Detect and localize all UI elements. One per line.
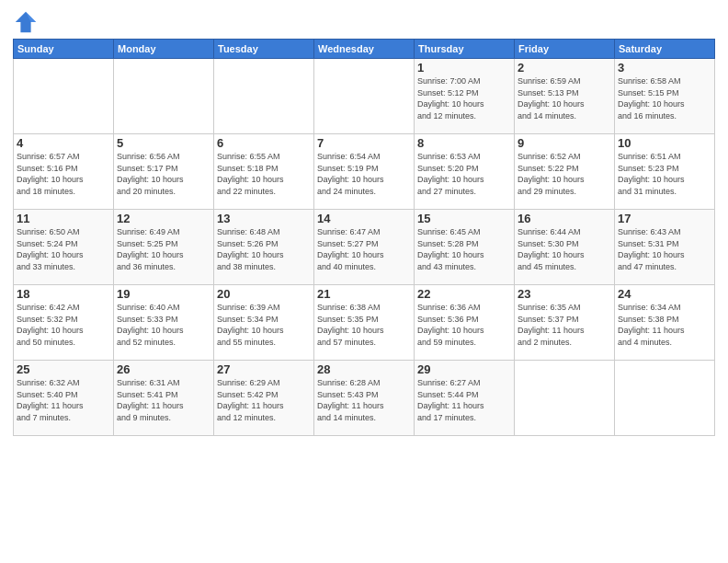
day-number: 5: [117, 136, 210, 150]
calendar-cell: [114, 59, 214, 134]
weekday-header-friday: Friday: [515, 40, 615, 59]
day-number: 24: [618, 287, 711, 301]
day-number: 7: [317, 136, 411, 150]
day-number: 11: [17, 212, 110, 225]
day-info: Sunrise: 6:45 AMSunset: 5:28 PMDaylight:…: [417, 226, 511, 272]
day-number: 3: [618, 61, 711, 75]
page-container: SundayMondayTuesdayWednesdayThursdayFrid…: [0, 0, 728, 442]
day-number: 26: [117, 362, 210, 376]
day-info: Sunrise: 6:29 AMSunset: 5:42 PMDaylight:…: [217, 377, 311, 423]
calendar-cell: 23Sunrise: 6:35 AMSunset: 5:37 PMDayligh…: [515, 285, 615, 361]
day-number: 20: [217, 287, 311, 301]
day-info: Sunrise: 6:27 AMSunset: 5:44 PMDaylight:…: [417, 377, 511, 423]
calendar-cell: 20Sunrise: 6:39 AMSunset: 5:34 PMDayligh…: [214, 285, 314, 361]
day-info: Sunrise: 6:34 AMSunset: 5:38 PMDaylight:…: [618, 302, 711, 348]
calendar-cell: 25Sunrise: 6:32 AMSunset: 5:40 PMDayligh…: [14, 361, 114, 436]
day-number: 22: [417, 287, 511, 301]
calendar-cell: 8Sunrise: 6:53 AMSunset: 5:20 PMDaylight…: [415, 134, 515, 210]
day-info: Sunrise: 6:55 AMSunset: 5:18 PMDaylight:…: [217, 151, 311, 197]
header-row: [13, 9, 715, 35]
calendar-cell: 27Sunrise: 6:29 AMSunset: 5:42 PMDayligh…: [214, 361, 314, 436]
day-info: Sunrise: 6:39 AMSunset: 5:34 PMDaylight:…: [217, 302, 311, 348]
day-info: Sunrise: 6:54 AMSunset: 5:19 PMDaylight:…: [317, 151, 411, 197]
calendar-cell: 4Sunrise: 6:57 AMSunset: 5:16 PMDaylight…: [14, 134, 114, 210]
calendar-cell: [314, 59, 415, 134]
day-info: Sunrise: 6:53 AMSunset: 5:20 PMDaylight:…: [417, 151, 511, 197]
day-number: 16: [518, 212, 611, 225]
calendar-week-0: 1Sunrise: 7:00 AMSunset: 5:12 PMDaylight…: [14, 59, 715, 134]
day-number: 25: [17, 362, 110, 376]
weekday-header-sunday: Sunday: [14, 40, 114, 59]
day-info: Sunrise: 6:43 AMSunset: 5:31 PMDaylight:…: [618, 226, 711, 272]
day-info: Sunrise: 6:52 AMSunset: 5:22 PMDaylight:…: [518, 151, 611, 197]
calendar-cell: 14Sunrise: 6:47 AMSunset: 5:27 PMDayligh…: [314, 210, 415, 285]
calendar-cell: 2Sunrise: 6:59 AMSunset: 5:13 PMDaylight…: [515, 59, 615, 134]
weekday-header-wednesday: Wednesday: [314, 40, 415, 59]
day-number: 2: [518, 61, 611, 75]
day-info: Sunrise: 6:31 AMSunset: 5:41 PMDaylight:…: [117, 377, 210, 423]
day-number: 27: [217, 362, 311, 376]
calendar-cell: 16Sunrise: 6:44 AMSunset: 5:30 PMDayligh…: [515, 210, 615, 285]
calendar-cell: 28Sunrise: 6:28 AMSunset: 5:43 PMDayligh…: [314, 361, 415, 436]
calendar-week-1: 4Sunrise: 6:57 AMSunset: 5:16 PMDaylight…: [14, 134, 715, 210]
calendar-week-4: 25Sunrise: 6:32 AMSunset: 5:40 PMDayligh…: [14, 361, 715, 436]
calendar-cell: 29Sunrise: 6:27 AMSunset: 5:44 PMDayligh…: [415, 361, 515, 436]
calendar-cell: 11Sunrise: 6:50 AMSunset: 5:24 PMDayligh…: [14, 210, 114, 285]
day-info: Sunrise: 6:59 AMSunset: 5:13 PMDaylight:…: [518, 75, 611, 121]
day-number: 29: [417, 362, 511, 376]
day-info: Sunrise: 6:56 AMSunset: 5:17 PMDaylight:…: [117, 151, 210, 197]
weekday-header-monday: Monday: [114, 40, 214, 59]
day-info: Sunrise: 7:00 AMSunset: 5:12 PMDaylight:…: [417, 75, 511, 121]
day-number: 12: [117, 212, 210, 225]
day-info: Sunrise: 6:51 AMSunset: 5:23 PMDaylight:…: [618, 151, 711, 197]
logo-icon: [13, 9, 39, 35]
weekday-header-saturday: Saturday: [615, 40, 715, 59]
day-info: Sunrise: 6:36 AMSunset: 5:36 PMDaylight:…: [417, 302, 511, 348]
calendar-cell: 9Sunrise: 6:52 AMSunset: 5:22 PMDaylight…: [515, 134, 615, 210]
day-info: Sunrise: 6:40 AMSunset: 5:33 PMDaylight:…: [117, 302, 210, 348]
day-number: 14: [317, 212, 411, 225]
calendar-cell: 5Sunrise: 6:56 AMSunset: 5:17 PMDaylight…: [114, 134, 214, 210]
day-number: 1: [417, 61, 511, 75]
calendar-cell: 10Sunrise: 6:51 AMSunset: 5:23 PMDayligh…: [615, 134, 715, 210]
weekday-header-thursday: Thursday: [415, 40, 515, 59]
day-info: Sunrise: 6:44 AMSunset: 5:30 PMDaylight:…: [518, 226, 611, 272]
day-info: Sunrise: 6:57 AMSunset: 5:16 PMDaylight:…: [17, 151, 110, 197]
calendar-cell: 7Sunrise: 6:54 AMSunset: 5:19 PMDaylight…: [314, 134, 415, 210]
calendar-cell: [214, 59, 314, 134]
day-info: Sunrise: 6:32 AMSunset: 5:40 PMDaylight:…: [17, 377, 110, 423]
day-number: 23: [518, 287, 611, 301]
day-number: 28: [317, 362, 411, 376]
calendar-cell: 15Sunrise: 6:45 AMSunset: 5:28 PMDayligh…: [415, 210, 515, 285]
calendar-cell: 3Sunrise: 6:58 AMSunset: 5:15 PMDaylight…: [615, 59, 715, 134]
calendar-cell: 13Sunrise: 6:48 AMSunset: 5:26 PMDayligh…: [214, 210, 314, 285]
calendar-cell: 12Sunrise: 6:49 AMSunset: 5:25 PMDayligh…: [114, 210, 214, 285]
calendar-cell: 24Sunrise: 6:34 AMSunset: 5:38 PMDayligh…: [615, 285, 715, 361]
day-number: 6: [217, 136, 311, 150]
calendar-week-2: 11Sunrise: 6:50 AMSunset: 5:24 PMDayligh…: [14, 210, 715, 285]
day-number: 13: [217, 212, 311, 225]
day-info: Sunrise: 6:47 AMSunset: 5:27 PMDaylight:…: [317, 226, 411, 272]
calendar-table: SundayMondayTuesdayWednesdayThursdayFrid…: [13, 39, 715, 436]
calendar-cell: 1Sunrise: 7:00 AMSunset: 5:12 PMDaylight…: [415, 59, 515, 134]
calendar-cell: [615, 361, 715, 436]
day-info: Sunrise: 6:38 AMSunset: 5:35 PMDaylight:…: [317, 302, 411, 348]
day-number: 15: [417, 212, 511, 225]
day-info: Sunrise: 6:28 AMSunset: 5:43 PMDaylight:…: [317, 377, 411, 423]
day-number: 17: [618, 212, 711, 225]
calendar-cell: [515, 361, 615, 436]
day-number: 21: [317, 287, 411, 301]
day-info: Sunrise: 6:48 AMSunset: 5:26 PMDaylight:…: [217, 226, 311, 272]
day-number: 9: [518, 136, 611, 150]
day-info: Sunrise: 6:50 AMSunset: 5:24 PMDaylight:…: [17, 226, 110, 272]
calendar-cell: 26Sunrise: 6:31 AMSunset: 5:41 PMDayligh…: [114, 361, 214, 436]
calendar-cell: 22Sunrise: 6:36 AMSunset: 5:36 PMDayligh…: [415, 285, 515, 361]
calendar-cell: 21Sunrise: 6:38 AMSunset: 5:35 PMDayligh…: [314, 285, 415, 361]
calendar-cell: 19Sunrise: 6:40 AMSunset: 5:33 PMDayligh…: [114, 285, 214, 361]
day-info: Sunrise: 6:49 AMSunset: 5:25 PMDaylight:…: [117, 226, 210, 272]
calendar-week-3: 18Sunrise: 6:42 AMSunset: 5:32 PMDayligh…: [14, 285, 715, 361]
day-number: 4: [17, 136, 110, 150]
day-number: 19: [117, 287, 210, 301]
day-number: 10: [618, 136, 711, 150]
calendar-cell: [14, 59, 114, 134]
